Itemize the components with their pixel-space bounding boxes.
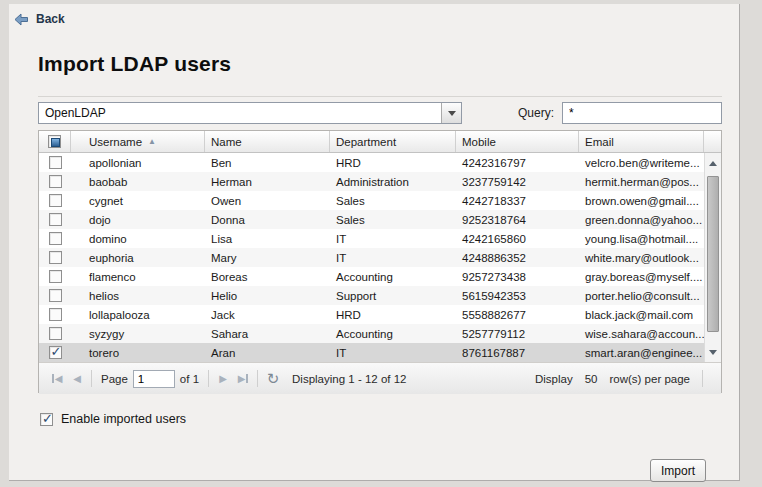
cell-mobile: 5615942353 [456, 290, 579, 302]
row-checkbox[interactable] [49, 232, 62, 245]
column-header-name[interactable]: Name [205, 131, 330, 152]
cell-department: Sales [330, 195, 456, 207]
back-label: Back [36, 12, 65, 26]
select-all-header-cell[interactable] [39, 131, 71, 152]
row-checkbox[interactable] [49, 308, 62, 321]
row-checkbox[interactable] [49, 175, 62, 188]
cell-name: Jack [205, 309, 330, 321]
query-input[interactable] [562, 102, 722, 124]
pager-separator [91, 370, 92, 387]
table-row[interactable]: baobab Herman Administration 3237759142 … [39, 172, 704, 191]
cell-name: Mary [205, 252, 330, 264]
row-select-cell [39, 308, 71, 321]
row-select-cell [39, 194, 71, 207]
grid-rows: apollonian Ben HRD 4242316797 velcro.ben… [39, 153, 721, 362]
enable-imported-users-option[interactable]: Enable imported users [40, 412, 186, 426]
filter-toolbar: OpenLDAP Query: [38, 96, 722, 126]
scroll-up-button[interactable] [705, 155, 721, 171]
table-row[interactable]: dojo Donna Sales 9252318764 green.donna@… [39, 210, 704, 229]
pager-separator [208, 370, 209, 387]
main-panel: Back Import LDAP users OpenLDAP Query: U… [9, 4, 740, 481]
cell-mobile: 9252318764 [456, 214, 579, 226]
cell-email: black.jack@mail.com [579, 309, 704, 321]
row-select-cell [39, 346, 71, 359]
row-select-cell [39, 251, 71, 264]
next-page-icon: ▶ [219, 373, 227, 384]
cell-email: porter.helio@consult... [579, 290, 704, 302]
last-page-icon-bar [246, 374, 248, 383]
row-checkbox[interactable] [49, 156, 62, 169]
row-checkbox[interactable] [49, 327, 62, 340]
scroll-down-button[interactable] [705, 344, 721, 360]
page-size-value[interactable]: 50 [585, 373, 598, 385]
column-header-email[interactable]: Email [579, 131, 704, 152]
cell-name: Helio [205, 290, 330, 302]
vertical-scrollbar[interactable] [704, 153, 721, 362]
table-row[interactable]: flamenco Boreas Accounting 9257273438 gr… [39, 267, 704, 286]
enable-imported-users-label: Enable imported users [61, 412, 186, 426]
table-row[interactable]: euphoria Mary IT 4248886352 white.mary@o… [39, 248, 704, 267]
sort-asc-icon: ▲ [148, 137, 156, 146]
select-all-checkbox[interactable] [48, 135, 61, 148]
cell-username: flamenco [71, 271, 205, 283]
table-row[interactable]: helios Helio Support 5615942353 porter.h… [39, 286, 704, 305]
cell-department: Accounting [330, 328, 456, 340]
cell-username: lollapalooza [71, 309, 205, 321]
enable-imported-users-checkbox[interactable] [40, 413, 53, 426]
ldap-server-value: OpenLDAP [39, 103, 441, 123]
cell-username: dojo [71, 214, 205, 226]
cell-mobile: 4242718337 [456, 195, 579, 207]
cell-department: HRD [330, 309, 456, 321]
row-checkbox[interactable] [49, 346, 62, 359]
table-row[interactable]: domino Lisa IT 4242165860 young.lisa@hot… [39, 229, 704, 248]
column-header-username[interactable]: Username ▲ [71, 131, 205, 152]
row-checkbox[interactable] [49, 194, 62, 207]
cell-username: euphoria [71, 252, 205, 264]
grid-paging-toolbar: ◀ ◀ Page of 1 ▶ ▶ ↻ Displaying 1 - 12 of… [39, 362, 721, 394]
scrollbar-thumb[interactable] [707, 176, 719, 332]
row-checkbox[interactable] [49, 289, 62, 302]
import-button[interactable]: Import [650, 459, 706, 482]
cell-mobile: 5257779112 [456, 328, 579, 340]
cell-mobile: 9257273438 [456, 271, 579, 283]
display-label: Display [535, 373, 573, 385]
previous-page-button[interactable]: ◀ [67, 369, 87, 389]
refresh-icon: ↻ [267, 370, 280, 388]
cell-username: torero [71, 347, 205, 359]
last-page-button[interactable]: ▶ [233, 369, 253, 389]
table-row[interactable]: syzygy Sahara Accounting 5257779112 wise… [39, 324, 704, 343]
page-title: Import LDAP users [38, 52, 231, 76]
column-header-department-label: Department [336, 136, 396, 148]
cell-department: IT [330, 252, 456, 264]
column-header-department[interactable]: Department [330, 131, 456, 152]
query-label: Query: [518, 106, 554, 120]
row-select-cell [39, 327, 71, 340]
cell-name: Boreas [205, 271, 330, 283]
page-number-input[interactable] [133, 370, 175, 388]
table-row[interactable]: lollapalooza Jack HRD 5558882677 black.j… [39, 305, 704, 324]
refresh-button[interactable]: ↻ [262, 369, 284, 389]
row-select-cell [39, 270, 71, 283]
first-page-button[interactable]: ◀ [47, 369, 67, 389]
cell-username: apollonian [71, 157, 205, 169]
ldap-server-select[interactable]: OpenLDAP [38, 102, 462, 124]
table-row[interactable]: cygnet Owen Sales 4242718337 brown.owen@… [39, 191, 704, 210]
column-header-mobile[interactable]: Mobile [456, 131, 579, 152]
cell-department: Administration [330, 176, 456, 188]
column-header-mobile-label: Mobile [462, 136, 496, 148]
row-checkbox[interactable] [49, 251, 62, 264]
row-checkbox[interactable] [49, 270, 62, 283]
table-row[interactable]: torero Aran IT 8761167887 smart.aran@eng… [39, 343, 704, 362]
back-link[interactable]: Back [14, 12, 65, 26]
dropdown-trigger-button[interactable] [441, 103, 461, 123]
table-row[interactable]: apollonian Ben HRD 4242316797 velcro.ben… [39, 153, 704, 172]
cell-department: Support [330, 290, 456, 302]
scroll-down-icon [709, 350, 717, 359]
cell-name: Sahara [205, 328, 330, 340]
pager-separator [702, 370, 703, 387]
row-select-cell [39, 213, 71, 226]
row-checkbox[interactable] [49, 213, 62, 226]
chevron-down-icon [448, 111, 456, 120]
cell-name: Aran [205, 347, 330, 359]
next-page-button[interactable]: ▶ [213, 369, 233, 389]
